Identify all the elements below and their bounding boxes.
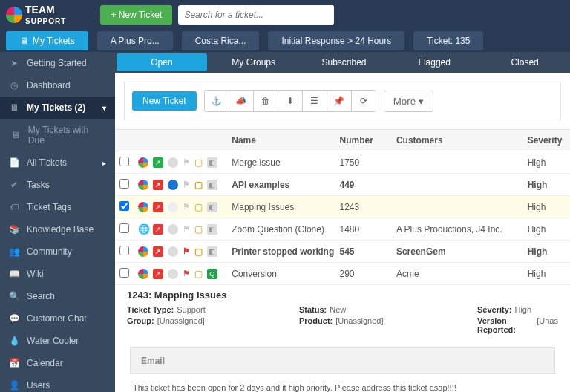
trash-icon[interactable]: 🗑 [253,90,278,112]
sidebar-item-label: My Tickets (2) [27,102,85,113]
sidebar-item-1[interactable]: ◷Dashboard [0,74,115,97]
attachment-icon: ◧ [207,246,217,257]
col-severity-header[interactable]: Severity [528,135,570,146]
status-box-icon: ↗ [153,269,163,279]
email-section-header: Email [130,347,555,374]
sidebar-item-label: Tasks [27,180,50,190]
new-ticket-button[interactable]: + New Ticket [100,5,172,24]
sidebar-icon: 👤 [9,380,19,391]
subtab-open[interactable]: Open [117,53,207,71]
list-icon[interactable]: ☰ [302,90,327,112]
sidebar-icon: ◷ [9,80,19,91]
table-row[interactable]: ↗⚑▢◧Printer stopped working545ScreenGemH… [115,241,570,263]
search-input[interactable] [178,5,334,24]
sidebar-item-2[interactable]: 🖥My Tickets (2)▾ [0,97,115,119]
cell-number: 1480 [339,224,396,235]
type-icon [138,157,148,168]
sidebar-item-8[interactable]: 👥Community [0,241,115,263]
tab-2[interactable]: Costa Rica... [182,31,260,50]
dot-icon [168,269,178,279]
cell-severity: High [528,224,570,235]
row-checkbox[interactable] [119,157,129,166]
sidebar-item-9[interactable]: 📖Wiki [0,263,115,285]
type-icon [138,246,148,257]
flag-icon: ⚑ [183,269,190,278]
cell-name: Conversion [227,269,339,279]
dot-icon [168,157,178,168]
sidebar-icon: 🖥 [10,130,21,140]
more-button[interactable]: More ▾ [384,91,433,112]
sidebar-item-label: Ticket Tags [27,202,71,212]
sidebar-item-11[interactable]: 💬Customer Chat [0,307,115,330]
flag-icon: ⚑ [183,202,190,212]
sidebar-item-label: Water Cooler [27,336,79,346]
row-checkbox[interactable] [119,246,129,255]
subtab-flagged[interactable]: Flagged [389,52,479,73]
sidebar-item-label: Calendar [27,358,63,368]
table-row[interactable]: ↗⚑▢◧Mapping Issues1243High [115,196,570,218]
row-checkbox[interactable] [119,179,129,189]
sidebar-item-label: Customer Chat [27,313,87,324]
cell-number: 1750 [339,157,396,168]
rss-icon: ▢ [194,246,203,257]
chevron-down-icon: ▾ [102,104,106,112]
sidebar-item-label: Users [27,380,50,391]
pin-icon[interactable]: 📌 [327,90,352,112]
sidebar-item-12[interactable]: 💧Water Cooler [0,330,115,352]
sidebar-icon: 🏷 [9,202,19,212]
chevron-right-icon: ▸ [102,159,106,167]
sidebar-item-4[interactable]: 📄All Tickets▸ [0,151,115,174]
col-customers-header[interactable]: Customers [396,135,528,146]
row-checkbox[interactable] [119,223,129,233]
type-icon [138,202,148,212]
tab-3[interactable]: Initial Response > 24 Hours [268,31,404,50]
sidebar-item-7[interactable]: 📚Knowledge Base [0,218,115,241]
table-row[interactable]: ↗⚑▢◧Merge issue1750High [115,151,570,174]
sidebar-item-3[interactable]: 🖥My Tickets with Due [0,119,115,151]
row-checkbox[interactable] [119,201,129,211]
cell-number: 449 [339,180,396,190]
attachment-icon: ◧ [207,224,217,235]
type-icon [138,269,148,279]
tab-4[interactable]: Ticket: 135 [413,31,483,50]
table-row[interactable]: ↗⚑▢QConversion290AcmeHigh [115,263,570,285]
cell-name: API examples [227,180,339,190]
download-icon[interactable]: ⬇ [278,90,303,112]
sidebar-item-14[interactable]: 👤Users [0,374,115,392]
sidebar-icon: 🔍 [9,291,19,301]
sidebar-item-13[interactable]: 📅Calendar [0,352,115,374]
sidebar-icon: 👥 [9,246,19,257]
col-name-header[interactable]: Name [227,135,339,146]
sidebar-icon: 📚 [9,224,19,235]
flag-icon: ⚑ [183,157,190,167]
sidebar-item-label: My Tickets with Due [28,125,106,146]
sidebar-item-label: Wiki [27,269,44,279]
rss-icon: ▢ [194,269,203,279]
sidebar-item-0[interactable]: ➤Getting Started [0,52,115,74]
cell-customers: Acme [396,269,528,279]
cell-severity: High [528,180,570,190]
subtab-closed[interactable]: Closed [479,52,570,73]
sidebar-icon: ➤ [9,58,19,68]
subtab-my-groups[interactable]: My Groups [209,52,299,73]
announce-icon[interactable]: 📣 [229,90,254,112]
cell-number: 290 [339,269,396,279]
cell-severity: High [528,202,570,212]
refresh-icon[interactable]: ⟳ [351,90,376,112]
sidebar-icon: 🖥 [9,102,19,113]
tab-0[interactable]: 🖥My Tickets [6,31,88,50]
tab-1[interactable]: A Plus Pro... [97,31,173,50]
cell-number: 1243 [339,202,396,212]
table-row[interactable]: ↗⚑▢◧API examples449High [115,174,570,196]
sidebar-item-10[interactable]: 🔍Search [0,285,115,307]
sidebar-icon: ✔ [9,180,19,190]
col-number-header[interactable]: Number [339,135,396,146]
sidebar-item-6[interactable]: 🏷Ticket Tags [0,196,115,218]
toolbar-new-ticket-button[interactable]: New Ticket [132,91,197,111]
cell-customers: ScreenGem [396,246,528,257]
anchor-icon[interactable]: ⚓ [204,90,229,112]
table-row[interactable]: 🌐↗⚑▢◧Zoom Question (Clone)1480A Plus Pro… [115,218,570,241]
row-checkbox[interactable] [119,268,129,278]
sidebar-item-5[interactable]: ✔Tasks [0,174,115,196]
subtab-subscribed[interactable]: Subscribed [299,52,390,73]
